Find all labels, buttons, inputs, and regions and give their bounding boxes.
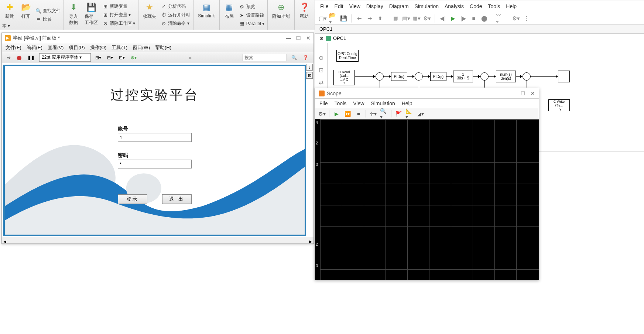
- scope-minimize-button[interactable]: —: [510, 91, 515, 96]
- opc-write-block[interactable]: C Write (Sy... ...y: [548, 99, 570, 111]
- minimize-button[interactable]: —: [286, 35, 291, 41]
- save-workspace-button[interactable]: 💾保存 工作区: [82, 1, 100, 28]
- record-icon[interactable]: ⬤: [480, 14, 488, 23]
- opc-read-block[interactable]: C Read (Cal... ...V Q T: [333, 70, 355, 85]
- distribute-button[interactable]: ⊟▾: [106, 54, 114, 61]
- scope-trigger-icon[interactable]: 🚩: [394, 110, 402, 118]
- simulink-tab[interactable]: OPC1: [315, 25, 644, 34]
- scope-step-icon[interactable]: ⏩: [343, 110, 352, 118]
- back-icon[interactable]: ⬅: [355, 14, 363, 23]
- scope-menu-tools[interactable]: Tools: [335, 100, 347, 106]
- swap-icon[interactable]: ⇄: [319, 79, 323, 86]
- front-panel-canvas[interactable]: 过控实验平台 账号 密码 登录 退 出: [3, 65, 306, 236]
- context-help-icon[interactable]: ❓: [301, 54, 310, 61]
- sim-menu-file[interactable]: File: [320, 3, 329, 9]
- clear-cmd-button[interactable]: ⊘清除命令 ▾: [160, 20, 191, 27]
- scope-plot[interactable]: 4 2 0 2 0: [315, 119, 539, 280]
- sim-menu-simulation[interactable]: Simulation: [415, 3, 439, 9]
- layout-button[interactable]: ▦布局: [222, 1, 237, 28]
- tf2-block[interactable]: num(s) den(s): [496, 71, 516, 82]
- scope-run-icon[interactable]: ▶: [332, 110, 340, 118]
- menu-edit[interactable]: 编辑(E): [27, 44, 42, 51]
- analyze-button[interactable]: ✓分析代码: [160, 3, 191, 10]
- tf-block[interactable]: 1 30s + 5: [453, 71, 473, 82]
- sum-block-4[interactable]: [523, 72, 531, 81]
- fit-icon[interactable]: ⊡: [306, 72, 313, 79]
- username-input[interactable]: [118, 133, 192, 142]
- parallel-button[interactable]: ▦Parallel ▾: [238, 20, 265, 27]
- scope-zoom-icon[interactable]: 🔍▾: [380, 110, 388, 118]
- scope-block[interactable]: [558, 71, 570, 82]
- scroll-lock-icon[interactable]: ↕: [306, 64, 313, 71]
- run-button[interactable]: ⇨: [6, 54, 12, 61]
- reorder-button[interactable]: ⊕▾: [129, 54, 138, 61]
- menu-window[interactable]: 窗口(W): [133, 44, 150, 51]
- favorites-button[interactable]: ★收藏夹: [141, 1, 158, 28]
- hide-icon[interactable]: ⊝: [319, 54, 323, 61]
- sim-menu-view[interactable]: View: [349, 3, 360, 9]
- stop-sim-icon[interactable]: ■: [470, 14, 478, 23]
- maximize-button[interactable]: ☐: [296, 35, 301, 41]
- password-input[interactable]: [118, 160, 192, 168]
- sum-block-3[interactable]: [480, 72, 489, 81]
- menu-tools[interactable]: 工具(T): [112, 44, 127, 51]
- compare-button[interactable]: ≣比较: [35, 16, 61, 23]
- new-model-icon[interactable]: ▢▾: [319, 14, 327, 23]
- set-path-button[interactable]: ➤设置路径: [238, 11, 265, 19]
- sim-menu-code[interactable]: Code: [470, 3, 482, 9]
- simulink-button[interactable]: ▦Simulink: [196, 1, 217, 28]
- model-config-icon[interactable]: ▤▾: [402, 14, 410, 23]
- step-back-icon[interactable]: ◀|: [439, 14, 447, 23]
- forward-icon[interactable]: ➡: [366, 14, 374, 23]
- scope-stop-icon[interactable]: ■: [354, 110, 363, 118]
- search-input[interactable]: [243, 54, 287, 61]
- search-go-icon[interactable]: 🔍: [290, 54, 298, 61]
- open-var-button[interactable]: ⊞打开变量 ▾: [102, 11, 136, 19]
- sim-menu-analysis[interactable]: Analysis: [445, 3, 464, 9]
- scope-menu-view[interactable]: View: [353, 100, 364, 106]
- build-icon[interactable]: ⚙▾: [512, 14, 520, 23]
- import-data-button[interactable]: ⬇导入 数据: [66, 1, 81, 28]
- sim-menu-display[interactable]: Display: [366, 3, 383, 9]
- sim-menu-edit[interactable]: Edit: [335, 3, 343, 9]
- addons-button[interactable]: ⊕附加功能: [270, 1, 292, 28]
- clear-ws-button[interactable]: ⊘清除工作区 ▾: [102, 20, 136, 27]
- sim-menu-diagram[interactable]: Diagram: [389, 3, 409, 9]
- breadcrumb-path[interactable]: OPC1: [333, 35, 346, 41]
- pid2-block[interactable]: PID(s): [430, 72, 446, 81]
- pause-button[interactable]: ❚❚: [26, 54, 36, 61]
- stop-button[interactable]: ⬤: [15, 54, 23, 61]
- run-sim-icon[interactable]: ▶: [449, 14, 457, 23]
- opc-config-block[interactable]: OPC Config Real-Time: [336, 50, 359, 62]
- scope-menu-file[interactable]: File: [319, 100, 328, 106]
- open-button[interactable]: 📂打开: [18, 1, 33, 28]
- signal-icon[interactable]: 〰▾: [496, 14, 504, 23]
- open-model-icon[interactable]: 📂▾: [329, 14, 337, 23]
- scope-config-icon[interactable]: ⚙▾: [318, 110, 326, 118]
- preview-button[interactable]: ⚙预览: [238, 3, 265, 11]
- fit-view-icon[interactable]: ⊡: [319, 67, 323, 74]
- login-button[interactable]: 登录: [118, 194, 147, 204]
- scope-measure-icon[interactable]: 📐▾: [405, 110, 414, 118]
- resize-button[interactable]: ⊡▾: [117, 54, 126, 61]
- gear-icon[interactable]: ⚙▾: [423, 14, 431, 23]
- step-forward-icon[interactable]: |▶: [459, 14, 467, 23]
- ben-dropdown[interactable]: 本 ▾: [1, 22, 11, 30]
- scope-close-button[interactable]: ✕: [531, 91, 535, 96]
- library-icon[interactable]: ▦: [392, 14, 400, 23]
- menu-help[interactable]: 帮助(H): [155, 44, 171, 51]
- nav-back-icon[interactable]: ⊛: [319, 35, 323, 41]
- run-timer-button[interactable]: ⏱运行并计时: [160, 11, 191, 19]
- menu-file[interactable]: 文件(F): [6, 44, 21, 51]
- align-button[interactable]: ⊞▾: [94, 54, 103, 61]
- horizontal-scrollbar[interactable]: ◂▸: [2, 238, 314, 243]
- more-icon[interactable]: ⋮: [522, 14, 530, 23]
- menu-project[interactable]: 项目(P): [69, 44, 85, 51]
- sum-block-2[interactable]: [415, 72, 423, 81]
- font-selector[interactable]: 22pt 应用程序字体 ▾: [39, 53, 91, 62]
- scope-highlight-icon[interactable]: ◢▾: [417, 110, 425, 118]
- sum-block-1[interactable]: [376, 72, 384, 81]
- scope-maximize-button[interactable]: ☐: [521, 91, 525, 96]
- scope-menu-simulation[interactable]: Simulation: [371, 100, 395, 106]
- exit-button[interactable]: 退 出: [162, 194, 192, 204]
